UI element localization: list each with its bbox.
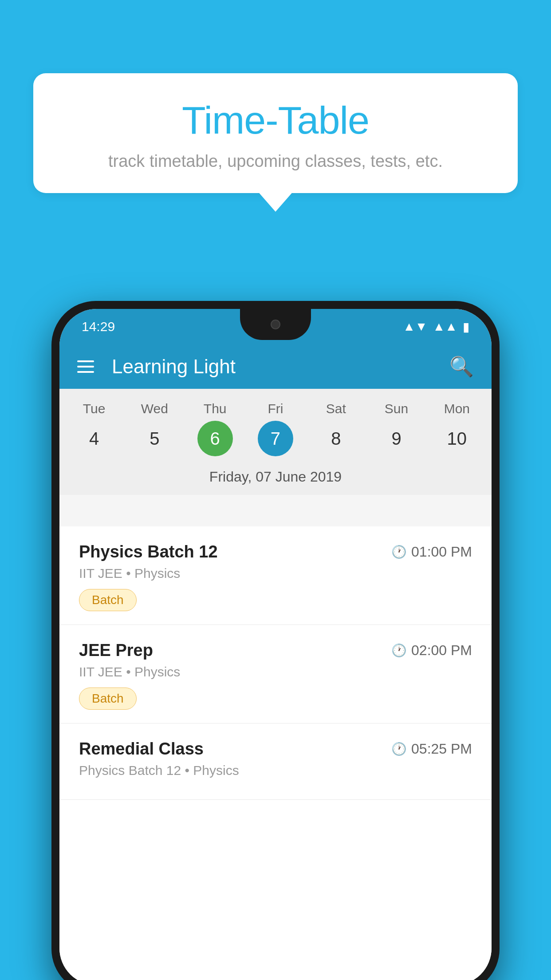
class-name: Physics Batch 12	[79, 542, 218, 561]
calendar-strip: Tue4Wed5Thu6Fri7Sat8Sun9Mon10 Friday, 07…	[59, 389, 492, 495]
clock-icon: 🕐	[391, 545, 407, 559]
search-icon[interactable]: 🔍	[449, 355, 474, 378]
day-name: Sun	[385, 401, 408, 416]
day-name: Wed	[141, 401, 168, 416]
camera-dot	[271, 320, 280, 329]
day-number[interactable]: 5	[137, 421, 172, 456]
tooltip-card: Time-Table track timetable, upcoming cla…	[33, 73, 518, 193]
status-icons: ▲▼ ▲▲ ▮	[403, 320, 469, 334]
notch-cutout	[240, 309, 311, 340]
day-name: Sat	[326, 401, 346, 416]
hamburger-menu-icon[interactable]	[77, 360, 94, 373]
day-col-tue[interactable]: Tue4	[65, 401, 123, 456]
battery-icon: ▮	[463, 320, 469, 334]
time-display: 14:29	[82, 319, 115, 334]
days-row: Tue4Wed5Thu6Fri7Sat8Sun9Mon10	[64, 401, 487, 456]
class-item[interactable]: JEE Prep🕐 02:00 PMIIT JEE • PhysicsBatch	[59, 625, 492, 723]
day-name: Thu	[204, 401, 227, 416]
day-col-mon[interactable]: Mon10	[428, 401, 486, 456]
batch-badge: Batch	[79, 589, 137, 611]
class-meta: Physics Batch 12 • Physics	[79, 763, 472, 778]
selected-date-label: Friday, 07 June 2019	[64, 461, 487, 495]
app-bar: Learning Light 🔍	[59, 344, 492, 389]
app-title: Learning Light	[112, 356, 449, 378]
wifi-icon: ▲▼	[403, 320, 427, 334]
phone-screen: 14:29 ▲▼ ▲▲ ▮ Learning Light 🔍	[59, 309, 492, 980]
day-col-thu[interactable]: Thu6	[186, 401, 244, 456]
day-number[interactable]: 4	[76, 421, 112, 456]
day-number[interactable]: 8	[318, 421, 354, 456]
day-number[interactable]: 7	[258, 421, 293, 456]
clock-icon: 🕐	[391, 742, 407, 756]
day-col-sun[interactable]: Sun9	[368, 401, 425, 456]
day-number[interactable]: 10	[439, 421, 475, 456]
day-col-sat[interactable]: Sat8	[307, 401, 365, 456]
class-item[interactable]: Remedial Class🕐 05:25 PMPhysics Batch 12…	[59, 723, 492, 800]
day-col-fri[interactable]: Fri7	[247, 401, 304, 456]
day-name: Tue	[83, 401, 106, 416]
class-time: 🕐 05:25 PM	[391, 741, 472, 757]
class-time: 🕐 01:00 PM	[391, 544, 472, 560]
signal-icon: ▲▲	[433, 320, 457, 334]
day-number[interactable]: 6	[197, 421, 233, 456]
day-name: Fri	[268, 401, 283, 416]
day-col-wed[interactable]: Wed5	[126, 401, 183, 456]
class-meta: IIT JEE • Physics	[79, 566, 472, 581]
clock-icon: 🕐	[391, 643, 407, 658]
class-time: 🕐 02:00 PM	[391, 642, 472, 659]
class-meta: IIT JEE • Physics	[79, 664, 472, 680]
day-number[interactable]: 9	[379, 421, 414, 456]
class-item[interactable]: Physics Batch 12🕐 01:00 PMIIT JEE • Phys…	[59, 526, 492, 625]
class-list: Physics Batch 12🕐 01:00 PMIIT JEE • Phys…	[59, 526, 492, 980]
tooltip-title: Time-Table	[60, 98, 491, 143]
class-name: JEE Prep	[79, 641, 153, 660]
phone-frame: 14:29 ▲▼ ▲▲ ▮ Learning Light 🔍	[51, 301, 500, 980]
batch-badge: Batch	[79, 688, 137, 710]
tooltip-subtitle: track timetable, upcoming classes, tests…	[60, 152, 491, 171]
day-name: Mon	[444, 401, 470, 416]
class-name: Remedial Class	[79, 739, 204, 759]
